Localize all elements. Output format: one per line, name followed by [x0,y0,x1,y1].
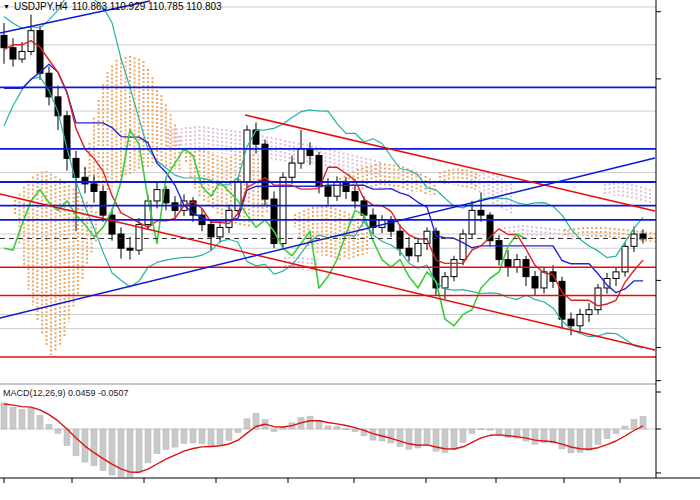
macd-bar [91,429,97,466]
macd-bar [109,429,115,475]
macd-bar [208,429,214,446]
macd-bar [568,429,574,453]
macd-bar [604,429,610,439]
candle-body [361,201,367,215]
macd-bar [352,429,358,432]
candle-body [262,144,268,199]
candle-body [532,277,538,288]
candle-body [226,210,232,227]
candle-body [469,210,475,234]
macd-bar [271,429,277,432]
macd-bar [118,429,124,478]
macd-bar [496,429,502,434]
candle-body [289,163,295,177]
red-trendline [0,194,655,350]
candle-body [613,272,619,279]
macd-bar [235,429,241,433]
macd-bar [487,429,493,430]
candle-body [442,277,448,288]
candle-body [577,314,583,325]
candle-body [37,31,43,74]
macd-bar [586,429,592,450]
macd-bar [154,429,160,454]
candle-body [541,272,547,288]
candle-body [46,73,52,97]
collapse-toggle-icon[interactable]: ▼ [3,2,10,12]
macd-bar [424,429,430,444]
tenkan-sen-line [4,41,643,306]
macd-bar [19,409,25,429]
candle-body [298,149,304,163]
pane-splitter[interactable] [0,383,656,387]
macd-bar [325,426,331,429]
candle-body [19,51,25,59]
macd-bar [244,419,250,429]
macd-bar [280,428,286,429]
candle-body [208,225,214,237]
macd-bar [163,429,169,449]
ichimoku-cloud-thistle [285,257,317,272]
macd-bar [460,429,466,442]
ohlc-quotes: 110.863 110.929 110.785 110.803 [72,1,222,12]
macd-bar [388,429,394,443]
candle-body [352,191,358,200]
candles-layer [1,15,646,336]
macd-bar [631,419,637,429]
candle-body [64,116,70,159]
chart-window: ▼ USDJPY,H4 110.863 110.929 110.785 110.… [0,0,700,500]
symbol-title: USDJPY,H4 [14,1,68,12]
candle-body [451,260,457,277]
macd-bar [316,421,322,429]
ichimoku-cloud-thistle [475,172,511,213]
macd-bar [181,429,187,443]
macd-bar [469,429,475,434]
candle-body [136,225,142,251]
candle-body [253,130,259,144]
candle-body [343,182,349,191]
candle-body [325,187,331,196]
candle-body [334,182,340,196]
time-axis[interactable]: 18 Jul 201823 Jul 00:0025 Jul 16:0030 Ju… [0,478,700,500]
macd-bar [73,429,79,456]
macd-bar [478,429,484,430]
macd-bar [622,426,628,429]
candle-body [307,149,313,156]
symbol-header: ▼ USDJPY,H4 110.863 110.929 110.785 110.… [3,1,222,12]
macd-bar [559,429,565,449]
main-pane [0,0,656,357]
candle-body [1,35,7,47]
candle-body [478,210,484,215]
macd-indicator-label: MACD(12,26,9) 0.0459 -0.0507 [3,388,129,398]
price-chart-canvas[interactable] [0,0,700,500]
candle-body [460,234,466,260]
candle-body [118,234,124,248]
candle-body [586,310,592,315]
candle-body [172,203,178,211]
candle-body [496,241,502,260]
macd-bar [226,429,232,440]
macd-bar [136,429,142,472]
macd-bar [10,407,16,429]
candle-body [523,260,529,277]
macd-bar [532,429,538,444]
macd-bar [397,429,403,446]
candle-body [397,231,403,248]
candle-body [631,234,637,246]
macd-bar [343,429,349,430]
candle-body [370,215,376,227]
macd-bar [613,429,619,434]
candle-body [127,248,133,250]
candle-body [622,246,628,272]
candle-body [406,248,412,256]
candle-body [100,191,106,215]
macd-bar [334,427,340,429]
candle-body [514,260,520,268]
macd-bar [307,416,313,429]
candle-body [91,184,97,192]
ichimoku-cloud-sienna [15,171,96,355]
macd-bar [100,429,106,471]
macd-bar [37,415,43,429]
price-axis[interactable]: 113.200112.490110.360109.650109.300113.2… [656,0,700,478]
candle-body [217,227,223,236]
macd-bar [451,429,457,449]
